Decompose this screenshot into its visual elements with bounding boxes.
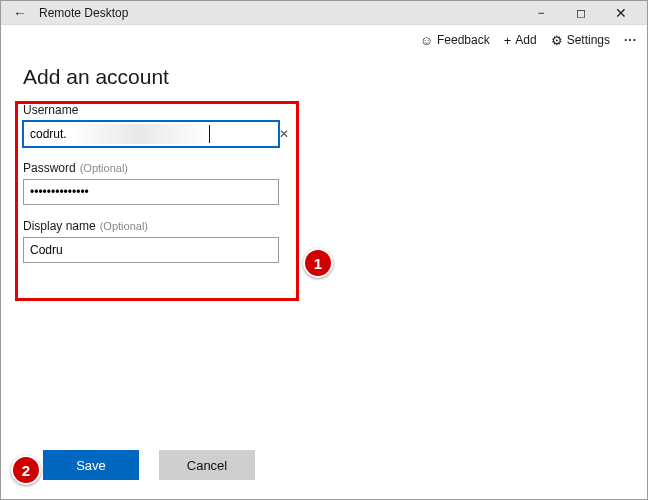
close-button[interactable]: ✕ <box>601 2 641 24</box>
username-input[interactable] <box>23 121 279 147</box>
password-input[interactable] <box>23 179 279 205</box>
maximize-button[interactable]: ◻ <box>561 2 601 24</box>
more-button[interactable]: ··· <box>624 33 637 47</box>
toolbar: ☺ Feedback + Add ⚙ Settings ··· <box>1 25 647 55</box>
content-area: Add an account Username ✕ Password(Optio… <box>1 55 647 447</box>
text-caret <box>209 125 210 143</box>
page-title: Add an account <box>23 65 625 89</box>
username-label: Username <box>23 103 299 117</box>
add-button[interactable]: + Add <box>504 33 537 48</box>
smiley-icon: ☺ <box>420 33 433 48</box>
feedback-label: Feedback <box>437 33 490 47</box>
footer-buttons: Save Cancel <box>1 447 647 499</box>
cancel-button[interactable]: Cancel <box>159 450 255 480</box>
add-label: Add <box>515 33 536 47</box>
clear-username-icon[interactable]: ✕ <box>275 121 293 147</box>
settings-label: Settings <box>567 33 610 47</box>
back-button[interactable]: ← <box>7 5 33 21</box>
password-label: Password(Optional) <box>23 161 299 175</box>
annotation-badge-1: 1 <box>303 248 333 278</box>
settings-button[interactable]: ⚙ Settings <box>551 33 610 48</box>
annotation-badge-2: 2 <box>11 455 41 485</box>
display-name-input[interactable] <box>23 237 279 263</box>
save-button[interactable]: Save <box>43 450 139 480</box>
minimize-button[interactable]: − <box>521 2 561 24</box>
feedback-button[interactable]: ☺ Feedback <box>420 33 490 48</box>
window-title: Remote Desktop <box>33 6 128 20</box>
titlebar: ← Remote Desktop − ◻ ✕ <box>1 1 647 25</box>
display-name-label: Display name(Optional) <box>23 219 299 233</box>
plus-icon: + <box>504 33 512 48</box>
gear-icon: ⚙ <box>551 33 563 48</box>
